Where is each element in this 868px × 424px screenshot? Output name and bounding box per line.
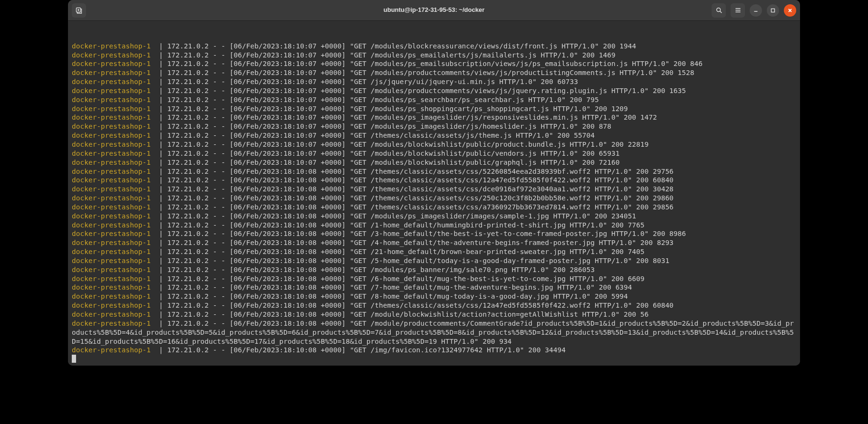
log-client-ip: 172.21.0.2 - - [167,230,230,237]
log-separator: | [151,150,167,157]
terminal-window: ubuntu@ip-172-31-95-53: ~/docker [68,0,800,366]
log-separator: | [151,185,167,193]
log-container-name: docker-prestashop-1 [72,239,151,246]
log-client-ip: 172.21.0.2 - - [167,239,230,246]
log-line: docker-prestashop-1 | 172.21.0.2 - - [06… [72,86,797,95]
log-line: docker-prestashop-1 | 172.21.0.2 - - [06… [72,113,797,122]
log-line: docker-prestashop-1 | 172.21.0.2 - - [06… [72,194,797,203]
log-container-name: docker-prestashop-1 [72,159,151,166]
log-separator: | [151,346,167,354]
log-line: docker-prestashop-1 | 172.21.0.2 - - [06… [72,185,797,194]
log-container-name: docker-prestashop-1 [72,248,151,255]
terminal-body[interactable]: docker-prestashop-1 | 172.21.0.2 - - [06… [68,21,800,366]
log-line: docker-prestashop-1 | 172.21.0.2 - - [06… [72,122,797,131]
log-timestamp: [06/Feb/2023:18:10:07 +0000] [230,141,346,148]
log-line: docker-prestashop-1 | 172.21.0.2 - - [06… [72,149,797,158]
log-container-name: docker-prestashop-1 [72,275,151,283]
log-container-name: docker-prestashop-1 [72,141,151,148]
log-separator: | [151,292,167,300]
log-client-ip: 172.21.0.2 - - [167,346,230,354]
log-container-name: docker-prestashop-1 [72,346,151,354]
search-button[interactable] [712,3,726,18]
log-separator: | [151,42,167,50]
log-request: "GET /modules/ps_searchbar/ps_searchbar.… [350,96,599,104]
cursor-line [72,355,797,364]
log-timestamp: [06/Feb/2023:18:10:07 +0000] [230,51,346,59]
log-client-ip: 172.21.0.2 - - [167,69,230,76]
log-client-ip: 172.21.0.2 - - [167,283,230,291]
log-client-ip: 172.21.0.2 - - [167,266,230,273]
log-container-name: docker-prestashop-1 [72,257,151,264]
log-container-name: docker-prestashop-1 [72,292,151,300]
log-container-name: docker-prestashop-1 [72,302,151,309]
log-line: docker-prestashop-1 | 172.21.0.2 - - [06… [72,42,797,51]
new-tab-button[interactable] [72,3,86,18]
log-client-ip: 172.21.0.2 - - [167,105,230,113]
log-request: "GET /6-home_default/mug-the-best-is-yet… [350,275,645,283]
log-container-name: docker-prestashop-1 [72,150,151,157]
log-request: "GET /themes/classic/assets/css/12a47ed5… [350,302,674,309]
log-timestamp: [06/Feb/2023:18:10:08 +0000] [230,194,346,202]
log-client-ip: 172.21.0.2 - - [167,150,230,157]
log-timestamp: [06/Feb/2023:18:10:07 +0000] [230,78,346,85]
log-request: "GET /4-home_default/the-adventure-begin… [350,239,674,246]
log-line: docker-prestashop-1 | 172.21.0.2 - - [06… [72,346,797,355]
log-line: docker-prestashop-1 | 172.21.0.2 - - [06… [72,176,797,185]
log-container-name: docker-prestashop-1 [72,230,151,237]
log-line: docker-prestashop-1 | 172.21.0.2 - - [06… [72,319,797,346]
log-container-name: docker-prestashop-1 [72,311,151,318]
log-client-ip: 172.21.0.2 - - [167,113,230,121]
log-client-ip: 172.21.0.2 - - [167,176,230,184]
log-container-name: docker-prestashop-1 [72,69,151,76]
log-timestamp: [06/Feb/2023:18:10:07 +0000] [230,42,346,50]
log-request: "GET /modules/productcomments/views/js/p… [350,69,694,76]
log-request: "GET /modules/ps_emailsubscription/views… [350,60,703,67]
log-separator: | [151,283,167,291]
log-request: "GET /1-home_default/hummingbird-printed… [350,221,645,229]
log-client-ip: 172.21.0.2 - - [167,203,230,211]
log-separator: | [151,266,167,273]
log-request: "GET /modules/ps_banner/img/sale70.png H… [350,266,595,273]
log-request: "GET /modules/blockwishlist/public/vendo… [350,150,619,157]
log-timestamp: [06/Feb/2023:18:10:07 +0000] [230,69,346,76]
log-line: docker-prestashop-1 | 172.21.0.2 - - [06… [72,310,797,319]
log-client-ip: 172.21.0.2 - - [167,96,230,104]
log-timestamp: [06/Feb/2023:18:10:07 +0000] [230,60,346,67]
log-request: "GET /themes/classic/assets/css/dce0916a… [350,185,674,193]
log-request: "GET /modules/blockwishlist/public/graph… [350,159,619,166]
log-container-name: docker-prestashop-1 [72,96,151,104]
log-timestamp: [06/Feb/2023:18:10:07 +0000] [230,96,346,104]
log-client-ip: 172.21.0.2 - - [167,212,230,220]
log-line: docker-prestashop-1 | 172.21.0.2 - - [06… [72,95,797,104]
log-separator: | [151,141,167,148]
log-container-name: docker-prestashop-1 [72,168,151,175]
log-timestamp: [06/Feb/2023:18:10:07 +0000] [230,122,346,130]
log-line: docker-prestashop-1 | 172.21.0.2 - - [06… [72,140,797,149]
menu-button[interactable] [731,3,745,18]
log-client-ip: 172.21.0.2 - - [167,42,230,50]
log-container-name: docker-prestashop-1 [72,78,151,85]
maximize-button[interactable] [767,4,779,17]
log-line: docker-prestashop-1 | 172.21.0.2 - - [06… [72,51,797,60]
log-request: "GET /themes/classic/assets/css/250c120c… [350,194,674,202]
log-container-name: docker-prestashop-1 [72,122,151,130]
log-separator: | [151,203,167,211]
terminal-output[interactable]: docker-prestashop-1 | 172.21.0.2 - - [06… [71,42,800,366]
log-separator: | [151,194,167,202]
log-request: "GET /3-home_default/the-best-is-yet-to-… [350,230,686,237]
log-container-name: docker-prestashop-1 [72,320,151,327]
log-line: docker-prestashop-1 | 172.21.0.2 - - [06… [72,229,797,238]
text-cursor [72,355,76,363]
log-timestamp: [06/Feb/2023:18:10:08 +0000] [230,346,346,354]
log-client-ip: 172.21.0.2 - - [167,185,230,193]
log-client-ip: 172.21.0.2 - - [167,168,230,175]
log-timestamp: [06/Feb/2023:18:10:08 +0000] [230,266,346,273]
log-client-ip: 172.21.0.2 - - [167,141,230,148]
log-client-ip: 172.21.0.2 - - [167,257,230,264]
log-separator: | [151,302,167,309]
close-button[interactable] [784,4,796,17]
log-separator: | [151,221,167,229]
minimize-button[interactable] [750,4,762,17]
log-timestamp: [06/Feb/2023:18:10:07 +0000] [230,87,346,94]
log-timestamp: [06/Feb/2023:18:10:08 +0000] [230,275,346,283]
